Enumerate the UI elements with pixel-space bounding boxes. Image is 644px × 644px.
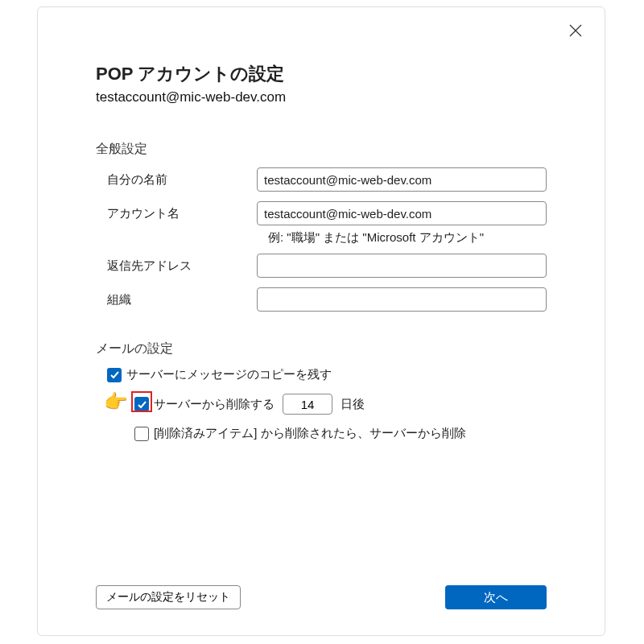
leave-copy-row: サーバーにメッセージのコピーを残す [96,367,547,382]
pointing-hand-icon: 👉 [104,392,128,411]
pop-account-settings-dialog: POP アカウントの設定 testaccount@mic-web-dev.com… [37,6,605,636]
bottom-bar: メールの設定をリセット 次へ [96,585,547,609]
mail-heading: メールの設定 [96,341,547,357]
row-account: アカウント名 [96,201,547,225]
close-button[interactable] [564,23,587,46]
label-name: 自分の名前 [96,172,257,188]
check-icon [109,369,120,380]
input-org[interactable] [257,287,547,312]
account-hint: 例: "職場" または "Microsoft アカウント" [268,230,547,246]
close-icon [568,23,583,38]
general-heading: 全般設定 [96,141,547,158]
label-account: アカウント名 [96,206,257,221]
checkbox-delete-when-deleted[interactable] [134,427,149,441]
input-reply-to[interactable] [257,254,547,278]
dialog-email: testaccount@mic-web-dev.com [96,89,547,105]
checkbox-leave-copy[interactable] [107,368,122,382]
reset-button[interactable]: メールの設定をリセット [96,585,241,609]
leave-copy-label: サーバーにメッセージのコピーを残す [126,367,332,382]
input-days[interactable] [283,394,332,415]
row-org: 組織 [96,287,547,312]
row-reply-to: 返信先アドレス [96,254,547,278]
input-account[interactable] [257,201,547,225]
check-icon [137,399,147,410]
row-name: 自分の名前 [96,167,547,192]
delete-after-row: 👉 サーバーから削除する 日後 [96,394,547,415]
input-name[interactable] [257,167,547,192]
checkbox-delete-after[interactable] [134,397,149,411]
next-button[interactable]: 次へ [445,585,547,609]
delete-when-deleted-row: [削除済みアイテム] から削除されたら、サーバーから削除 [96,426,547,441]
label-reply-to: 返信先アドレス [96,258,257,274]
delete-after-label-before: サーバーから削除する [154,397,275,412]
delete-after-label-after: 日後 [341,397,365,412]
dialog-title: POP アカウントの設定 [96,62,547,86]
delete-when-deleted-label: [削除済みアイテム] から削除されたら、サーバーから削除 [154,426,466,441]
label-org: 組織 [96,292,257,308]
